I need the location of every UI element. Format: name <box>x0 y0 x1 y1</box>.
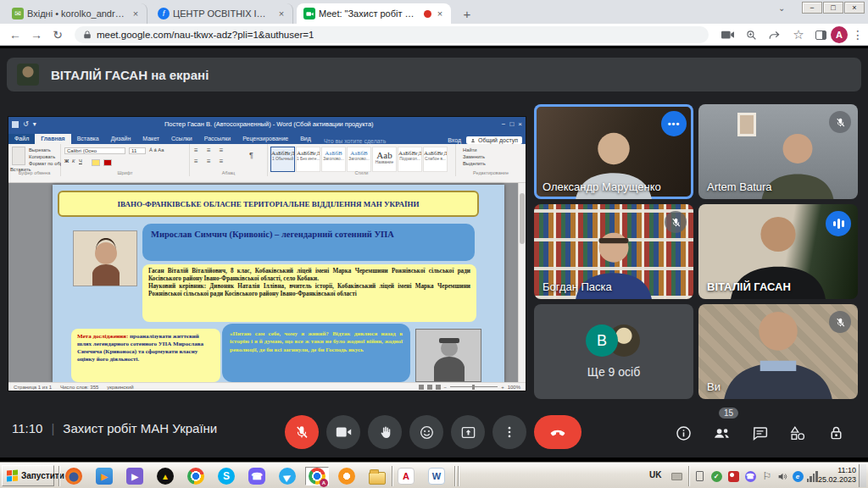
font-color-button[interactable] <box>103 159 112 166</box>
acrobat-icon[interactable]: A <box>397 467 415 485</box>
zoom-page-icon[interactable] <box>743 27 760 42</box>
word-sign-in[interactable]: Вход <box>448 137 461 143</box>
show-everyone-button[interactable] <box>710 422 732 444</box>
chevron-down-icon[interactable]: ⌄ <box>778 3 785 13</box>
tile-you[interactable]: Ви <box>698 304 858 399</box>
orange-app-icon[interactable] <box>337 467 356 485</box>
tab-close-icon[interactable]: × <box>275 8 287 19</box>
word-app-icon[interactable]: W <box>427 467 446 485</box>
print-layout-icon[interactable] <box>427 385 432 390</box>
reactions-button[interactable] <box>409 415 443 449</box>
browser-menu-icon[interactable]: ⋮ <box>849 27 866 42</box>
replace-button[interactable]: Заменить <box>463 154 485 159</box>
chat-button[interactable] <box>748 422 771 444</box>
antivirus-tray-icon[interactable]: ✓ <box>709 469 723 483</box>
mic-toggle-button[interactable] <box>285 415 319 449</box>
style-heading1[interactable]: АаБбВЗаголово... <box>321 147 346 172</box>
viber-tray-icon[interactable]: ☎ <box>743 469 757 483</box>
reload-icon[interactable]: ↻ <box>49 26 66 43</box>
profile-avatar[interactable]: A <box>831 26 848 43</box>
word-save-icon[interactable] <box>12 121 19 128</box>
kmplayer-icon[interactable]: ▶ <box>125 467 144 485</box>
style-subtle[interactable]: АаБбВгДСлабое в... <box>423 147 448 172</box>
word-undo-icon[interactable]: ↺ <box>23 120 29 128</box>
chrome-icon[interactable] <box>186 467 205 485</box>
clipboard-tray-icon[interactable] <box>693 469 706 483</box>
read-mode-icon[interactable] <box>419 385 424 390</box>
highlight-color-button[interactable] <box>92 159 100 166</box>
archive-tray-icon[interactable] <box>670 469 683 483</box>
word-language[interactable]: украинский <box>107 385 133 390</box>
viber-icon[interactable]: ☎ <box>248 467 266 485</box>
share-icon[interactable] <box>766 27 783 42</box>
chrome-active-icon[interactable]: A <box>305 467 329 485</box>
zoom-level[interactable]: 100% <box>508 385 520 390</box>
word-tab-insert[interactable]: Вставка <box>71 134 105 144</box>
word-scrollbar[interactable] <box>518 183 526 382</box>
word-tab-design[interactable]: Дизайн <box>105 134 137 144</box>
zoom-out-icon[interactable]: − <box>444 385 448 390</box>
zoom-slider[interactable] <box>450 386 498 387</box>
taskbar-clock[interactable]: 11:10 25.02.2023 <box>815 466 856 485</box>
tab-close-icon[interactable]: × <box>434 8 446 19</box>
skype-icon[interactable]: S <box>217 467 236 485</box>
word-close-icon[interactable]: × <box>518 120 522 128</box>
firefox-icon[interactable] <box>64 467 83 485</box>
url-field[interactable]: meet.google.com/nau-tkwx-adz?pli=1&authu… <box>75 26 709 43</box>
format-painter-label[interactable]: Формат по образцу <box>29 161 61 166</box>
tile-bohdan-paska[interactable]: Богдан Паска <box>534 204 693 299</box>
align-buttons[interactable]: ≡ ≡ ≡ <box>194 158 226 165</box>
style-nospacing[interactable]: АаБбВгД1 Без инте... <box>296 147 320 172</box>
camera-toggle-button[interactable] <box>326 415 360 449</box>
bold-button[interactable]: Ж <box>64 158 69 164</box>
raise-hand-button[interactable] <box>368 415 402 449</box>
word-tab-review[interactable]: Рецензирование <box>236 134 294 144</box>
word-share-button[interactable]: Общий доступ <box>466 136 522 144</box>
pilcrow-icon[interactable]: ¶ <box>249 151 253 159</box>
font-name-box[interactable]: Calibri (Осно <box>64 147 125 154</box>
tab-meet-active[interactable]: Meet: "Захист робіт МАН Ук × <box>297 3 451 24</box>
telegram-icon[interactable]: ▶ <box>278 467 297 485</box>
word-tab-layout[interactable]: Макет <box>136 134 165 144</box>
word-tab-mailings[interactable]: Рассылки <box>198 134 236 144</box>
tab-close-icon[interactable]: × <box>130 8 142 19</box>
window-maximize-button[interactable]: □ <box>823 2 843 14</box>
start-button[interactable]: Запустити <box>2 465 54 486</box>
tab-mail[interactable]: ✉ Вхідні • korolko_andr@ukr.net × <box>5 3 147 24</box>
tile-more-people[interactable]: B Ще 9 осіб <box>534 304 693 399</box>
present-button[interactable] <box>451 415 485 449</box>
new-tab-button[interactable]: + <box>458 5 476 22</box>
back-icon[interactable]: ← <box>7 26 24 43</box>
select-button[interactable]: Выделить <box>463 161 486 166</box>
browser-tray-icon[interactable]: e <box>791 469 804 483</box>
copy-label[interactable]: Копировать <box>29 154 55 159</box>
tile-vitalii-hasan[interactable]: ВІТАЛІЙ ГАСАН <box>698 204 858 299</box>
tile-artem-batura[interactable]: Artem Batura <box>698 104 858 199</box>
find-button[interactable]: Найти <box>463 147 477 152</box>
bookmark-star-icon[interactable]: ☆ <box>790 27 807 42</box>
paste-icon[interactable] <box>12 147 25 165</box>
style-subtitle[interactable]: АаБбВгДПодзагол... <box>398 147 422 172</box>
word-tab-file[interactable]: Файл <box>8 134 35 144</box>
host-controls-button[interactable] <box>825 422 847 444</box>
window-minimize-button[interactable]: − <box>802 2 822 14</box>
forward-icon[interactable]: → <box>28 26 45 43</box>
word-tab-home[interactable]: Главная <box>35 134 70 144</box>
italic-button[interactable]: К <box>72 158 75 164</box>
word-restore-icon[interactable]: □ <box>509 120 514 128</box>
aimp-icon[interactable]: ▲ <box>156 467 175 485</box>
flag-tray-icon[interactable]: ⚐ <box>760 469 774 483</box>
media-player-icon[interactable]: ▶ <box>95 467 114 485</box>
word-qat-dropdown-icon[interactable]: ▾ <box>33 120 36 128</box>
word-word-count[interactable]: Число слов: 355 <box>60 385 98 390</box>
zoom-in-icon[interactable]: + <box>501 385 504 390</box>
underline-button[interactable]: Ч <box>79 158 82 164</box>
show-desktop-button[interactable] <box>859 464 866 487</box>
web-layout-icon[interactable] <box>436 385 441 390</box>
end-call-button[interactable] <box>534 415 581 449</box>
language-indicator[interactable]: UK <box>649 470 661 480</box>
tile-more-button[interactable]: ••• <box>661 111 687 136</box>
word-tab-references[interactable]: Ссылки <box>165 134 198 144</box>
activities-button[interactable] <box>787 422 809 444</box>
font-size-box[interactable]: 11 <box>129 147 146 154</box>
